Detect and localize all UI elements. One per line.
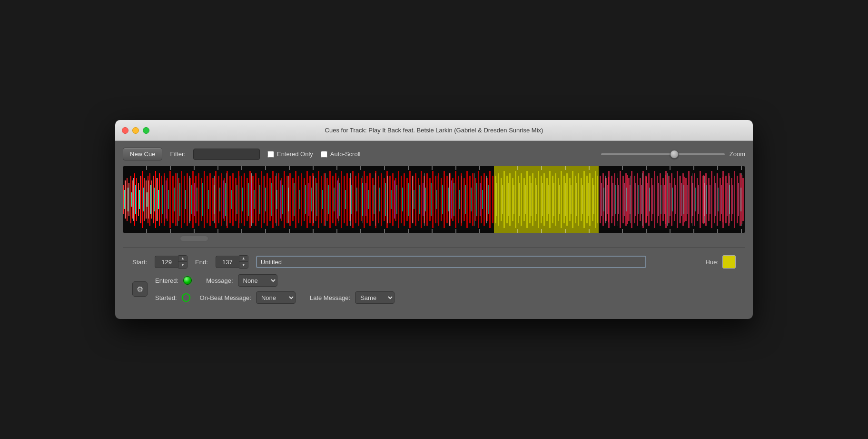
svg-rect-253 xyxy=(276,173,276,226)
svg-rect-249 xyxy=(227,173,227,226)
zoom-slider[interactable] xyxy=(601,153,725,155)
zoom-label: Zoom xyxy=(730,150,745,158)
svg-rect-438 xyxy=(642,173,643,226)
svg-rect-393 xyxy=(734,171,735,228)
svg-rect-271 xyxy=(166,180,167,219)
end-increment[interactable]: ▲ xyxy=(239,256,248,262)
waveform-display[interactable] xyxy=(123,166,745,233)
svg-rect-87 xyxy=(212,178,214,221)
svg-rect-461 xyxy=(646,177,647,222)
svg-rect-115 xyxy=(292,178,294,221)
svg-rect-346 xyxy=(600,176,601,223)
new-cue-button[interactable]: New Cue xyxy=(123,148,162,160)
svg-rect-326 xyxy=(531,183,532,216)
message-select[interactable]: None Note On Note Off CC xyxy=(238,274,277,287)
start-decrement[interactable]: ▼ xyxy=(178,262,187,268)
window-title: Cues for Track: Play It Back feat. Betsi… xyxy=(325,127,543,134)
svg-rect-172 xyxy=(455,171,456,228)
entered-only-label: Entered Only xyxy=(277,150,313,158)
hue-color-picker[interactable] xyxy=(722,255,736,269)
svg-rect-58 xyxy=(143,188,144,211)
maximize-button[interactable] xyxy=(143,127,149,134)
svg-rect-329 xyxy=(548,185,549,214)
svg-rect-240 xyxy=(471,188,472,211)
svg-rect-260 xyxy=(363,176,363,223)
filter-input[interactable] xyxy=(193,149,260,160)
svg-rect-139 xyxy=(361,178,362,221)
svg-rect-213 xyxy=(316,183,317,216)
started-led[interactable] xyxy=(182,293,190,302)
svg-rect-245 xyxy=(177,173,178,226)
start-input[interactable] xyxy=(155,256,178,268)
svg-rect-465 xyxy=(722,177,723,222)
svg-rect-111 xyxy=(281,178,282,221)
svg-rect-429 xyxy=(683,185,684,214)
svg-rect-441 xyxy=(680,176,680,223)
svg-rect-256 xyxy=(313,176,314,223)
svg-rect-99 xyxy=(247,178,248,221)
titlebar: Cues for Track: Play It Back feat. Betsi… xyxy=(115,120,753,141)
svg-rect-74 xyxy=(175,173,177,226)
svg-rect-47 xyxy=(149,173,150,226)
svg-rect-75 xyxy=(178,178,179,221)
entered-only-group[interactable]: Entered Only xyxy=(267,150,313,158)
svg-rect-163 xyxy=(429,178,431,221)
svg-rect-219 xyxy=(351,185,352,214)
end-input[interactable] xyxy=(216,256,239,268)
svg-rect-198 xyxy=(231,190,232,209)
svg-rect-397 xyxy=(601,183,602,216)
svg-rect-284 xyxy=(498,173,499,226)
svg-rect-430 xyxy=(695,188,696,211)
start-increment[interactable]: ▲ xyxy=(178,256,187,262)
cue-name-input[interactable] xyxy=(256,256,646,268)
main-window: Cues for Track: Play It Back feat. Betsi… xyxy=(115,120,753,319)
scrollbar-thumb[interactable] xyxy=(180,236,208,241)
cue-editor-panel: Start: ▲ ▼ End: ▲ ▼ xyxy=(123,247,745,311)
late-select[interactable]: Same None Note On Note Off xyxy=(355,291,395,304)
svg-rect-102 xyxy=(255,173,256,226)
auto-scroll-group[interactable]: Auto-Scroll xyxy=(321,150,361,158)
svg-rect-100 xyxy=(249,171,251,228)
svg-rect-269 xyxy=(474,173,474,226)
svg-rect-313 xyxy=(581,178,582,221)
svg-rect-462 xyxy=(665,175,666,224)
auto-scroll-checkbox[interactable] xyxy=(321,151,327,158)
svg-rect-177 xyxy=(469,176,471,223)
svg-rect-155 xyxy=(406,178,408,221)
cue-status-controls: ⚙ Entered: Message: None Note On Note Of… xyxy=(132,274,736,304)
svg-rect-171 xyxy=(452,178,454,221)
on-beat-select[interactable]: None Note On Note Off CC xyxy=(256,291,296,304)
minimize-button[interactable] xyxy=(132,127,139,134)
svg-rect-440 xyxy=(667,173,668,226)
svg-rect-394 xyxy=(737,176,738,223)
svg-rect-173 xyxy=(458,176,459,223)
svg-rect-132 xyxy=(341,171,342,228)
end-decrement[interactable]: ▼ xyxy=(239,262,248,268)
svg-rect-204 xyxy=(265,188,266,211)
svg-rect-222 xyxy=(368,190,369,209)
svg-rect-301 xyxy=(546,178,548,221)
svg-rect-197 xyxy=(225,183,226,216)
svg-rect-285 xyxy=(501,178,502,221)
svg-rect-82 xyxy=(198,173,199,226)
entered-only-checkbox[interactable] xyxy=(267,151,274,158)
svg-rect-190 xyxy=(185,190,186,209)
filter-label: Filter: xyxy=(170,150,186,158)
svg-rect-73 xyxy=(172,176,174,223)
entered-led[interactable] xyxy=(183,276,192,285)
svg-rect-392 xyxy=(731,178,732,221)
svg-rect-216 xyxy=(334,188,335,211)
svg-rect-231 xyxy=(419,185,420,214)
svg-rect-417 xyxy=(715,183,716,216)
svg-rect-120 xyxy=(306,171,308,228)
svg-rect-238 xyxy=(459,190,460,209)
gear-button[interactable]: ⚙ xyxy=(132,281,148,297)
svg-rect-289 xyxy=(512,178,513,221)
svg-rect-42 xyxy=(140,176,141,223)
svg-rect-239 xyxy=(465,185,466,214)
svg-rect-331 xyxy=(559,185,560,214)
close-button[interactable] xyxy=(122,127,128,134)
svg-rect-119 xyxy=(304,178,305,221)
svg-rect-330 xyxy=(553,183,554,216)
svg-rect-419 xyxy=(727,183,728,216)
